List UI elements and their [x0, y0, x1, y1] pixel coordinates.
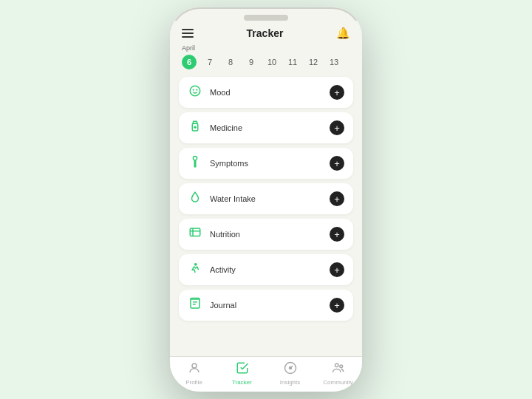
date-10[interactable]: 10	[265, 55, 279, 69]
date-12[interactable]: 12	[306, 55, 321, 69]
nav-item-insights[interactable]: Insights	[266, 361, 314, 386]
journal-add-button[interactable]: +	[330, 298, 344, 313]
profile-nav-icon	[188, 361, 201, 378]
page-title: Tracker	[247, 27, 284, 39]
activity-label: Activity	[210, 265, 236, 274]
tracker-item-activity[interactable]: Activity +	[179, 254, 353, 285]
activity-add-button[interactable]: +	[330, 262, 344, 277]
month-label: April	[182, 44, 350, 52]
nav-item-profile[interactable]: Profile	[170, 361, 218, 386]
svg-point-12	[192, 364, 197, 368]
nav-item-tracker[interactable]: Tracker	[218, 361, 266, 386]
bottom-nav: Profile Tracker	[170, 356, 362, 392]
svg-rect-6	[190, 228, 200, 236]
bell-icon[interactable]: 🔔	[336, 27, 350, 40]
medicine-icon	[188, 120, 202, 136]
water-icon	[188, 191, 202, 207]
journal-icon	[188, 297, 202, 313]
tracker-item-medicine[interactable]: Medicine +	[179, 112, 353, 143]
date-13[interactable]: 13	[327, 55, 341, 69]
symptoms-add-button[interactable]: +	[330, 156, 344, 171]
header: Tracker 🔔	[170, 21, 362, 43]
date-strip: April 6 7 8 9 10 11 12 13	[170, 43, 362, 74]
insights-nav-label: Insights	[280, 379, 301, 386]
tracker-item-nutrition[interactable]: Nutrition +	[179, 219, 353, 250]
journal-label: Journal	[210, 301, 236, 310]
tracker-nav-label: Tracker	[232, 379, 252, 386]
activity-icon	[188, 262, 202, 278]
community-nav-icon	[332, 361, 345, 378]
date-9[interactable]: 9	[244, 55, 259, 69]
medicine-label: Medicine	[210, 123, 242, 132]
tracker-list: Mood + Medicine +	[170, 74, 362, 356]
svg-point-9	[195, 264, 197, 265]
nutrition-label: Nutrition	[210, 230, 240, 239]
tracker-item-water[interactable]: Water Intake +	[179, 183, 353, 214]
date-11[interactable]: 11	[285, 55, 300, 69]
svg-point-0	[190, 86, 200, 96]
date-8[interactable]: 8	[223, 55, 238, 69]
profile-nav-label: Profile	[185, 379, 202, 386]
medicine-add-button[interactable]: +	[330, 120, 344, 135]
tracker-nav-icon	[236, 361, 249, 378]
mood-icon	[188, 84, 202, 100]
water-add-button[interactable]: +	[330, 191, 344, 206]
tracker-item-mood[interactable]: Mood +	[179, 77, 353, 108]
nav-item-community[interactable]: Community	[314, 361, 362, 386]
community-nav-label: Community	[323, 379, 352, 386]
svg-point-15	[339, 365, 342, 368]
phone-notch	[244, 15, 288, 21]
svg-point-13	[289, 367, 291, 369]
menu-icon[interactable]	[182, 29, 194, 38]
mood-add-button[interactable]: +	[330, 85, 344, 100]
tracker-item-journal[interactable]: Journal +	[179, 290, 353, 321]
date-6[interactable]: 6	[182, 55, 197, 69]
symptoms-label: Symptoms	[210, 159, 248, 168]
mood-label: Mood	[210, 88, 231, 97]
water-label: Water Intake	[210, 194, 256, 203]
nutrition-icon	[188, 226, 202, 242]
nutrition-add-button[interactable]: +	[330, 227, 344, 242]
insights-nav-icon	[284, 361, 297, 378]
date-7[interactable]: 7	[202, 55, 217, 69]
phone-frame: Tracker 🔔 April 6 7 8 9 10 11 12 13	[170, 7, 362, 392]
svg-point-14	[335, 364, 338, 367]
tracker-item-symptoms[interactable]: Symptoms +	[179, 148, 353, 179]
symptoms-icon	[188, 155, 202, 171]
screen: Tracker 🔔 April 6 7 8 9 10 11 12 13	[170, 21, 362, 392]
dates-row: 6 7 8 9 10 11 12 13	[182, 55, 350, 69]
